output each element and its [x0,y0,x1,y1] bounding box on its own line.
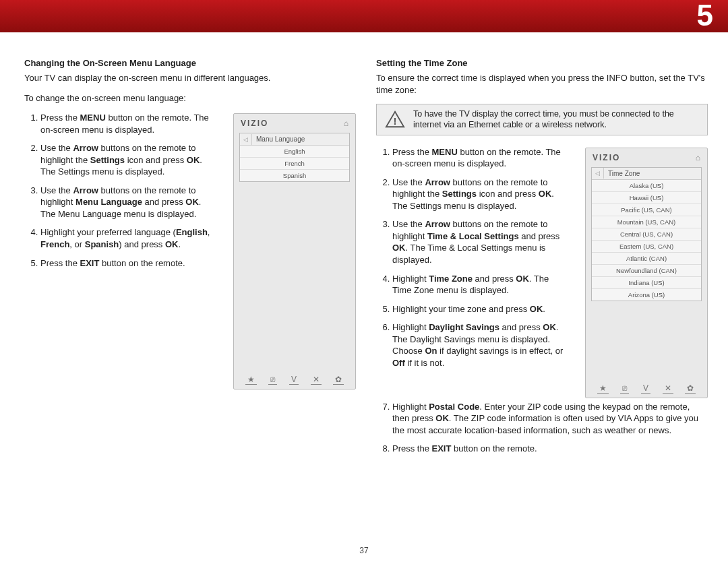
list-item: Press the MENU button on the remote. The… [392,146,572,170]
list-item: Highlight Daylight Savings and press OK.… [392,321,572,369]
list-item: Press the EXIT button on the remote. [40,257,220,270]
list-item: Highlight Postal Code. Enter your ZIP co… [392,401,708,437]
close-icon: ✕ [311,375,322,385]
home-icon: ⌂ [344,119,348,128]
menu-item: Eastern (US, CAN) [592,241,701,253]
screenshot-menu-language: VIZIO ⌂ ◁ Manu Language English French S… [233,113,356,389]
warning-box: ! To have the TV display the correct tim… [376,104,708,135]
list-item: Use the Arrow buttons on the remote to h… [392,218,572,266]
menu-item: Atlantic (CAN) [592,253,701,265]
star-icon: ★ [597,384,609,394]
star-icon: ★ [245,375,257,385]
list-item: Highlight Time Zone and press OK. The Ti… [392,273,572,296]
v-icon: V [289,375,299,385]
menu-item: Pacific (US, CAN) [592,204,701,216]
v-icon: V [641,384,650,394]
warning-text: To have the TV display the correct time,… [413,108,700,131]
menu-list: ◁ Time Zone Alaska (US) Hawaii (US) Paci… [591,167,702,301]
menu-item: English [240,146,349,158]
intro-text: To ensure the correct time is displayed … [376,72,708,96]
gear-icon: ✿ [333,375,344,385]
menu-item: Central (US, CAN) [592,228,701,241]
steps-block: Press the MENU button on the remote. The… [376,146,572,376]
chapter-number: 5 [697,0,713,32]
menu-title: Manu Language [252,133,349,145]
list-item: Use the Arrow buttons on the remote to h… [40,185,220,220]
screen-icon: ⎚ [620,384,629,394]
warning-icon: ! [384,109,406,129]
intro-text: Your TV can display the on-screen menu i… [24,72,356,84]
right-column: Setting the Time Zone To ensure the corr… [376,58,708,462]
intro-text-2: To change the on-screen menu language: [24,92,356,104]
steps-list-language: Press the MENU button on the remote. The… [24,112,220,269]
screenshot-timezone: VIZIO ⌂ ◁ Time Zone Alaska (US) Hawaii (… [585,148,708,398]
footer-icons: ★ ⎚ V ✕ ✿ [591,384,702,394]
steps-list-timezone-cont: Highlight Postal Code. Enter your ZIP co… [376,401,708,455]
list-item: Press the EXIT button on the remote. [392,443,708,455]
list-item: Highlight your preferred language (Engli… [40,226,220,250]
home-icon: ⌂ [696,153,700,162]
back-icon: ◁ [240,134,252,145]
menu-item: Arizona (US) [592,289,701,301]
menu-item: Spanish [240,170,349,181]
menu-item: Hawaii (US) [592,192,701,204]
menu-list: ◁ Manu Language English French Spanish [239,133,350,182]
gear-icon: ✿ [685,384,696,394]
brand-label: VIZIO [593,153,620,162]
back-icon: ◁ [592,168,604,179]
menu-item: Indiana (US) [592,277,701,289]
screen-icon: ⎚ [268,375,277,385]
list-item: Use the Arrow buttons on the remote to h… [40,142,220,178]
menu-title: Time Zone [604,168,701,179]
steps-block: Press the MENU button on the remote. The… [24,112,220,276]
menu-item: Newfoundland (CAN) [592,265,701,277]
menu-item: French [240,158,349,170]
menu-item: Mountain (US, CAN) [592,216,701,228]
page-number: 37 [0,546,728,555]
page-body: Changing the On-Screen Menu Language You… [0,32,728,462]
section-title-timezone: Setting the Time Zone [376,58,708,68]
list-item: Press the MENU button on the remote. The… [40,112,220,135]
svg-text:!: ! [394,115,397,127]
menu-item: Alaska (US) [592,180,701,192]
steps-list-timezone: Press the MENU button on the remote. The… [376,146,572,369]
section-title-language: Changing the On-Screen Menu Language [24,58,356,68]
close-icon: ✕ [663,384,673,394]
brand-label: VIZIO [241,119,268,128]
list-item: Use the Arrow buttons on the remote to h… [392,177,572,212]
list-item: Highlight your time zone and press OK. [392,303,572,315]
footer-icons: ★ ⎚ V ✕ ✿ [239,375,350,385]
left-column: Changing the On-Screen Menu Language You… [24,58,356,462]
header-bar: 5 [0,0,728,32]
